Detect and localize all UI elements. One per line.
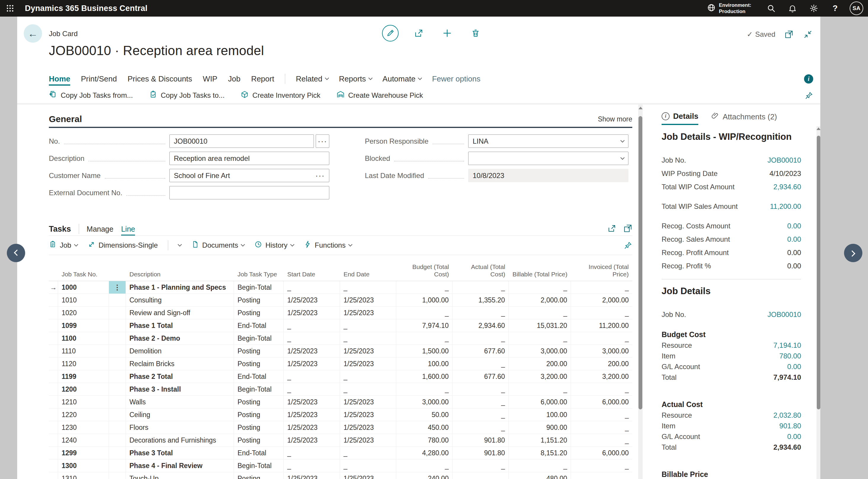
- ribbon-tab-prices-discounts[interactable]: Prices & Discounts: [128, 70, 192, 87]
- ribbon-tab-wip[interactable]: WIP: [203, 70, 217, 87]
- cell-job-task-type[interactable]: Posting: [234, 434, 284, 446]
- cell-start-date[interactable]: _: [284, 383, 340, 395]
- app-title[interactable]: Dynamics 365 Business Central: [25, 4, 148, 13]
- cell-budget-total-cost[interactable]: 100.00: [396, 358, 453, 370]
- table-row[interactable]: 1310Touch-UpPosting1/25/20231/25/2023240…: [49, 472, 632, 479]
- chevron-down-icon[interactable]: [620, 138, 625, 143]
- cell-job-task-type[interactable]: Begin-Total: [234, 459, 284, 472]
- cell-start-date[interactable]: 1/25/2023: [284, 409, 340, 421]
- cell-job-task-type[interactable]: Begin-Total: [234, 383, 284, 395]
- cell-job-task-no[interactable]: 1200: [58, 383, 109, 395]
- cell-invoiced-total-price[interactable]: 3,000.00: [571, 345, 632, 357]
- cell-end-date[interactable]: _: [340, 281, 396, 294]
- cell-job-task-type[interactable]: Posting: [234, 472, 284, 479]
- cell-end-date[interactable]: 1/25/2023: [340, 409, 396, 421]
- column-header[interactable]: Billable (Total Price): [509, 270, 571, 281]
- column-header[interactable]: Invoiced (Total Price): [571, 263, 632, 281]
- ribbon-tab-job[interactable]: Job: [228, 70, 241, 87]
- cell-invoiced-total-price[interactable]: 200.00: [571, 358, 632, 370]
- cell-end-date[interactable]: 1/25/2023: [340, 396, 396, 408]
- cell-description[interactable]: Decorations and Furnishings: [126, 434, 234, 446]
- general-section-heading[interactable]: General: [49, 114, 82, 124]
- cell-actual-total-cost[interactable]: 677.60: [453, 370, 509, 383]
- cell-start-date[interactable]: 1/25/2023: [284, 294, 340, 306]
- cell-description[interactable]: Floors: [126, 421, 234, 434]
- page-info-icon[interactable]: i: [804, 74, 813, 84]
- cell-description[interactable]: Ceiling: [126, 409, 234, 421]
- column-header[interactable]: Job Task Type: [234, 270, 284, 281]
- cell-billable-total-price[interactable]: 1,151.20: [509, 434, 571, 446]
- column-header[interactable]: Description: [126, 270, 234, 281]
- scrollbar-thumb[interactable]: [639, 116, 642, 409]
- collapse-page-icon[interactable]: [803, 29, 813, 40]
- cell-budget-total-cost[interactable]: 1,500.00: [396, 345, 453, 357]
- cell-start-date[interactable]: 1/25/2023: [284, 307, 340, 319]
- table-row[interactable]: 1240Decorations and FurnishingsPosting1/…: [49, 434, 632, 447]
- cell-job-task-type[interactable]: Begin-Total: [234, 332, 284, 345]
- cell-billable-total-price[interactable]: 100.00: [509, 409, 571, 421]
- cell-budget-total-cost[interactable]: _: [396, 383, 453, 395]
- cell-billable-total-price[interactable]: 15,031.20: [509, 319, 571, 332]
- cell-end-date[interactable]: _: [340, 370, 396, 383]
- cell-job-task-no[interactable]: 1220: [58, 409, 109, 421]
- tab-attachments[interactable]: Attachments (2): [711, 109, 777, 125]
- cell-actual-total-cost[interactable]: _: [453, 421, 509, 434]
- chevron-down-icon[interactable]: [620, 155, 625, 160]
- table-row[interactable]: 1020Review and Sign-offPosting1/25/20231…: [49, 307, 632, 319]
- details-value[interactable]: 7,194.10: [774, 341, 801, 350]
- cell-budget-total-cost[interactable]: _: [396, 307, 453, 319]
- column-header[interactable]: Actual (Total Cost): [453, 263, 509, 281]
- cell-job-task-type[interactable]: End-Total: [234, 447, 284, 459]
- delete-button[interactable]: [467, 25, 484, 41]
- cell-billable-total-price[interactable]: 3,200.00: [509, 370, 571, 383]
- cell-job-task-no[interactable]: 1310: [58, 472, 109, 479]
- cell-start-date[interactable]: _: [284, 447, 340, 459]
- cell-actual-total-cost[interactable]: 2,934.60: [453, 319, 509, 332]
- cell-billable-total-price[interactable]: _: [509, 383, 571, 395]
- cell-start-date[interactable]: _: [284, 281, 340, 294]
- cell-job-task-no[interactable]: 1230: [58, 421, 109, 434]
- cell-billable-total-price[interactable]: _: [509, 307, 571, 319]
- cell-actual-total-cost[interactable]: _: [453, 281, 509, 294]
- cell-billable-total-price[interactable]: 6,000.00: [509, 396, 571, 408]
- cell-description[interactable]: Phase 2 - Demo: [126, 332, 234, 345]
- details-value[interactable]: 780.00: [779, 352, 801, 360]
- cell-description[interactable]: Touch-Up: [126, 472, 234, 479]
- toolbar-functions[interactable]: Functions: [304, 241, 352, 250]
- description-input[interactable]: Reception area remodel: [169, 152, 329, 165]
- cell-invoiced-total-price[interactable]: _: [571, 409, 632, 421]
- cell-end-date[interactable]: _: [340, 447, 396, 459]
- cell-billable-total-price[interactable]: 900.00: [509, 421, 571, 434]
- pin-icon[interactable]: [624, 241, 632, 249]
- cell-billable-total-price[interactable]: 2,000.00: [509, 294, 571, 306]
- toolbar-documents[interactable]: Documents: [191, 241, 244, 250]
- cell-invoiced-total-price[interactable]: 11,200.00: [571, 319, 632, 332]
- previous-record-button[interactable]: [7, 244, 25, 262]
- cell-end-date[interactable]: 1/25/2023: [340, 307, 396, 319]
- cell-job-task-no[interactable]: 1100: [58, 332, 109, 345]
- cell-job-task-no[interactable]: 1000: [58, 281, 109, 294]
- no-lookup-button[interactable]: ···: [316, 134, 329, 148]
- ribbon-tab-home[interactable]: Home: [49, 70, 70, 87]
- ribbon-tab-automate[interactable]: Automate: [383, 70, 422, 87]
- table-row[interactable]: 1100Phase 2 - DemoBegin-Total______: [49, 332, 632, 345]
- help-icon[interactable]: ?: [828, 1, 842, 15]
- breadcrumb[interactable]: Job Card: [49, 30, 78, 38]
- cell-description[interactable]: Phase 3 Total: [126, 447, 234, 459]
- cell-description[interactable]: Phase 1 Total: [126, 319, 234, 332]
- cell-invoiced-total-price[interactable]: _: [571, 459, 632, 472]
- cell-budget-total-cost[interactable]: 1,600.00: [396, 370, 453, 383]
- tasks-tab-manage[interactable]: Manage: [87, 222, 114, 236]
- cell-billable-total-price[interactable]: 8,151.20: [509, 447, 571, 459]
- cell-job-task-no[interactable]: 1300: [58, 459, 109, 472]
- cell-end-date[interactable]: 1/25/2023: [340, 472, 396, 479]
- blocked-input[interactable]: [468, 152, 628, 165]
- row-menu-icon[interactable]: ⋮: [109, 281, 126, 294]
- copy-job-tasks-from--button[interactable]: Copy Job Tasks from...: [49, 90, 133, 100]
- details-value[interactable]: 0.00: [787, 235, 801, 243]
- cell-billable-total-price[interactable]: _: [509, 459, 571, 472]
- details-value[interactable]: 11,200.00: [770, 202, 801, 211]
- column-header[interactable]: Job Task No.: [58, 270, 109, 281]
- cell-job-task-type[interactable]: Posting: [234, 396, 284, 408]
- table-row[interactable]: 1230FloorsPosting1/25/20231/25/2023450.0…: [49, 421, 632, 434]
